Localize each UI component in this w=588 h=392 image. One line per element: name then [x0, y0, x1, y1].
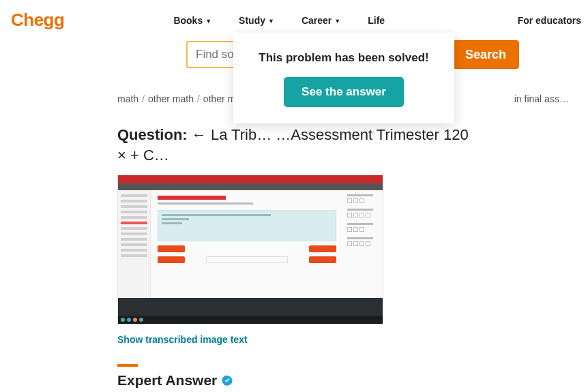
nav-educators[interactable]: For educators [518, 15, 581, 26]
chegg-logo[interactable]: Chegg [11, 10, 64, 31]
search-button[interactable]: Search [452, 40, 519, 69]
thumb-browser-urlbar [118, 183, 383, 190]
primary-nav: Books▼ Study▼ Career▼ Life [173, 15, 385, 26]
see-answer-button[interactable]: See the answer [284, 77, 404, 107]
breadcrumb-sep: / [142, 93, 145, 104]
caret-down-icon: ▼ [334, 18, 340, 25]
popup-title: This problem has been solved! [247, 51, 441, 65]
thumb-rightcol [343, 190, 383, 298]
question-screenshot-thumb[interactable] [117, 175, 383, 325]
crumb-current: in final assessment trimester… [514, 93, 573, 104]
nav-study[interactable]: Study▼ [239, 15, 274, 26]
caret-down-icon: ▼ [268, 18, 274, 25]
thumb-main [151, 190, 343, 298]
nav-study-label: Study [239, 15, 265, 26]
thumb-course-title [158, 196, 226, 200]
solved-popup: This problem has been solved! See the an… [233, 33, 454, 123]
crumb-other-math[interactable]: other math [148, 93, 194, 104]
thumb-page-footer [118, 298, 383, 316]
thumb-browser-tabbar [118, 175, 383, 183]
expert-answer-heading: Expert Answer [117, 372, 471, 389]
thumb-body [118, 190, 383, 298]
nav-life[interactable]: Life [368, 15, 385, 26]
nav-career[interactable]: Career▼ [302, 15, 340, 26]
expert-answer-label: Expert Answer [117, 372, 217, 389]
question-title: Question: ← La Trib… …Assessment Trimest… [117, 125, 471, 165]
nav-books-label: Books [173, 15, 203, 26]
show-transcribed-link[interactable]: Show transcribed image text [117, 334, 471, 345]
nav-career-label: Career [302, 15, 332, 26]
question-label: Question: [117, 126, 188, 143]
crumb-math[interactable]: math [117, 93, 138, 104]
thumb-sidebar [118, 190, 151, 298]
nav-books[interactable]: Books▼ [173, 15, 211, 26]
section-accent-bar [117, 364, 138, 367]
thumb-windows-taskbar [118, 316, 383, 324]
main-content: math/other math/other math in final asse… [0, 93, 471, 389]
nav-life-label: Life [368, 15, 385, 26]
caret-down-icon: ▼ [205, 18, 211, 25]
thumb-question-panel [158, 210, 336, 241]
verified-badge-icon [221, 374, 233, 387]
breadcrumb-sep: / [197, 93, 200, 104]
